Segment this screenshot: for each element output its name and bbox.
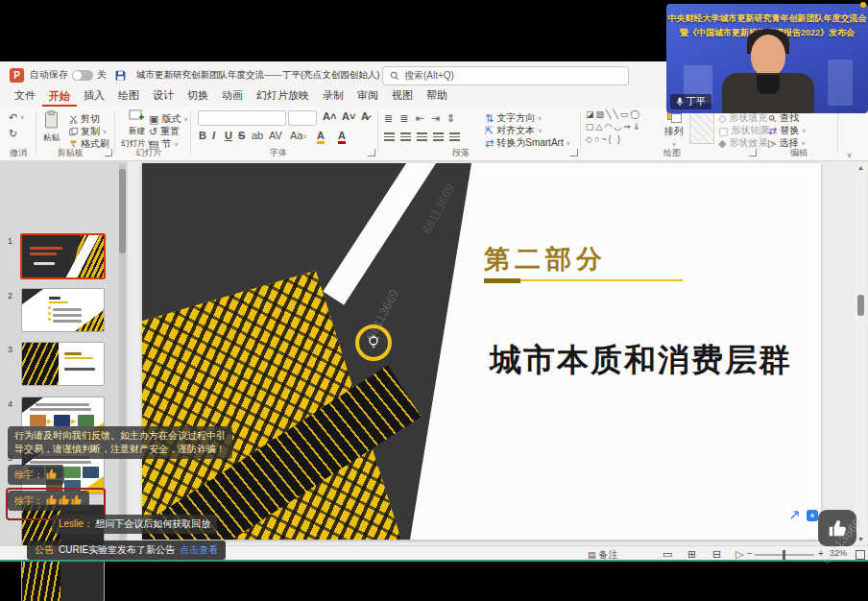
scroll-down-icon[interactable]: ▼ xyxy=(857,536,864,542)
shape-fill-button[interactable]: ◇形状填充˅ xyxy=(718,111,775,125)
announcement-action-link[interactable]: 点击查看 xyxy=(180,543,218,557)
tab-slideshow[interactable]: 幻灯片放映 xyxy=(250,86,316,107)
align-right-icon[interactable] xyxy=(417,132,427,141)
convert-smartart-button[interactable]: ⇄转换为SmartArt˅ xyxy=(485,136,570,150)
shape-effects-button[interactable]: ◆形状效果˅ xyxy=(718,136,775,150)
slide-thumbnail-3[interactable] xyxy=(21,342,105,386)
chat-sender: 徐宇： xyxy=(14,469,43,482)
collapse-ribbon-button[interactable]: ˅ xyxy=(847,151,852,160)
tab-review[interactable]: 审阅 xyxy=(350,86,385,107)
slide-gold-line-thick xyxy=(484,278,520,283)
grow-font-button[interactable]: A˄ xyxy=(323,110,336,122)
search-input[interactable]: 搜索(Alt+Q) xyxy=(382,66,629,85)
meeting-title-line1: 中央财经大学城市更新研究青年创新团队年度交流会 xyxy=(666,12,868,25)
font-launcher-icon[interactable] xyxy=(368,149,375,156)
drawing-launcher-icon[interactable] xyxy=(749,149,757,156)
announcement-badge: 公告 xyxy=(35,543,54,557)
font-name-select[interactable] xyxy=(198,110,286,126)
undo-group-label: 撤消 xyxy=(2,147,35,159)
underline-button[interactable]: U xyxy=(225,130,232,141)
shapes-gallery-row3[interactable]: ◇○~{ } xyxy=(586,134,622,144)
tab-home[interactable]: 开始 xyxy=(42,87,77,108)
highlight-color-button[interactable]: A xyxy=(317,130,325,144)
document-title: 城市更新研究创新团队年度交流——丁平(亮点文创园创始人) · 已保存到这台电脑 xyxy=(136,69,394,82)
tab-record[interactable]: 录制 xyxy=(316,86,350,107)
share-icon[interactable] xyxy=(787,508,801,521)
new-slide-icon xyxy=(129,109,144,123)
alignment-buttons[interactable] xyxy=(384,132,460,141)
screen: P 自动保存 关 城市更新研究创新团队年度交流——丁平(亮点文创园创始人) · … xyxy=(0,0,868,601)
align-text-button[interactable]: ⇱对齐文本˅ xyxy=(485,124,542,137)
slide-thumbnail-1[interactable] xyxy=(20,233,106,279)
replace-button[interactable]: ⇄替换˅ xyxy=(768,124,806,137)
autosave-label: 自动保存 xyxy=(30,68,68,82)
clipboard-launcher-icon[interactable] xyxy=(105,149,112,156)
strikethrough-button[interactable]: S xyxy=(238,130,245,141)
announcement-bar: 公告 CURIE实验室发布了新公告 点击查看 xyxy=(27,541,226,560)
new-slide-button[interactable]: 新建 幻灯片 ˅ xyxy=(121,109,153,148)
undo-button[interactable]: ↶˅ xyxy=(9,111,24,124)
thumbnail-scrollbar-thumb[interactable] xyxy=(119,169,126,253)
text-shadow-button[interactable]: ab xyxy=(252,130,263,141)
screen-share-border xyxy=(0,560,868,562)
tab-draw[interactable]: 绘图 xyxy=(111,86,146,107)
find-button[interactable]: 查找 xyxy=(768,111,799,125)
char-spacing-button[interactable]: AV xyxy=(269,130,282,141)
tab-animations[interactable]: 动画 xyxy=(215,86,250,107)
shapes-gallery-row1[interactable]: ◪▨╲╲▭◯ xyxy=(586,109,641,119)
layout-button[interactable]: ▣版式˅ xyxy=(149,112,188,126)
slide-thumbnail-7[interactable] xyxy=(21,558,105,601)
change-case-button[interactable]: Aa˅ xyxy=(290,130,307,141)
chat-message: 徐宇： xyxy=(8,465,64,485)
slide-scrollbar[interactable]: ▲ ▼ xyxy=(855,163,867,545)
fit-to-window-icon[interactable] xyxy=(856,550,865,560)
tab-insert[interactable]: 插入 xyxy=(77,86,111,107)
zoom-slider-thumb[interactable] xyxy=(783,550,785,560)
text-direction-button[interactable]: ⇅文字方向˅ xyxy=(485,111,542,125)
copy-button[interactable]: 复制˅ xyxy=(69,125,107,138)
zoom-out-button[interactable]: − xyxy=(747,548,753,559)
notification-dot xyxy=(860,2,866,8)
caption-icon[interactable] xyxy=(807,510,818,521)
italic-button[interactable]: I xyxy=(212,130,215,141)
tab-file[interactable]: 文件 xyxy=(8,86,42,107)
announcement-text: CURIE实验室发布了新公告 xyxy=(59,543,175,557)
redo-button[interactable]: ↻ xyxy=(9,128,17,140)
cut-button[interactable]: 剪切 xyxy=(69,112,100,126)
align-justify-icon[interactable] xyxy=(433,132,444,141)
thumb-number: 2 xyxy=(8,291,12,300)
slide-thumbnail-2[interactable] xyxy=(21,288,105,332)
arrange-button[interactable]: 排列˅ xyxy=(664,110,684,148)
powerpoint-window: P 自动保存 关 城市更新研究创新团队年度交流——丁平(亮点文创园创始人) · … xyxy=(0,61,868,561)
align-left-icon[interactable] xyxy=(384,132,395,141)
reset-button[interactable]: ↺重置 xyxy=(149,125,180,138)
tab-transitions[interactable]: 切换 xyxy=(181,86,215,107)
slide-scrollbar-thumb[interactable] xyxy=(857,295,864,316)
speaker-name-tag: 丁平 xyxy=(670,94,711,109)
clear-format-button[interactable]: A̷ xyxy=(361,110,369,122)
paste-icon xyxy=(43,110,60,130)
chat-sender: Leslie： xyxy=(59,517,93,531)
tab-design[interactable]: 设计 xyxy=(146,86,181,107)
autosave-toggle[interactable] xyxy=(72,70,93,81)
shapes-gallery-row2[interactable]: ▢△◠◡⇒⇓ xyxy=(586,122,641,132)
save-icon[interactable] xyxy=(114,69,127,82)
powerpoint-icon[interactable]: P xyxy=(10,68,24,83)
shrink-font-button[interactable]: A˅ xyxy=(342,110,355,122)
quick-styles-button[interactable] xyxy=(689,111,714,144)
font-color-button[interactable]: A xyxy=(338,130,346,144)
font-size-select[interactable] xyxy=(288,110,317,126)
columns-icon[interactable] xyxy=(449,132,460,141)
align-center-icon[interactable] xyxy=(400,132,411,141)
slide-canvas[interactable]: 88113669 88113669 第二部分 城市本质和消费层群 xyxy=(142,163,821,540)
tab-view[interactable]: 视图 xyxy=(385,86,420,107)
paste-button[interactable]: 粘贴 xyxy=(43,110,60,144)
thumbnail-scrollbar[interactable] xyxy=(119,163,126,542)
tab-help[interactable]: 帮助 xyxy=(420,86,454,107)
bold-button[interactable]: B xyxy=(199,130,206,141)
paragraph-launcher-icon[interactable] xyxy=(570,149,578,156)
paragraph-list-buttons[interactable]: ≣ ≣ ⇤ ⇥ ⇕ xyxy=(384,112,457,125)
scroll-up-icon[interactable]: ▲ xyxy=(857,164,864,171)
find-icon xyxy=(768,114,777,123)
paragraph-group-label: 段落 xyxy=(442,147,480,159)
